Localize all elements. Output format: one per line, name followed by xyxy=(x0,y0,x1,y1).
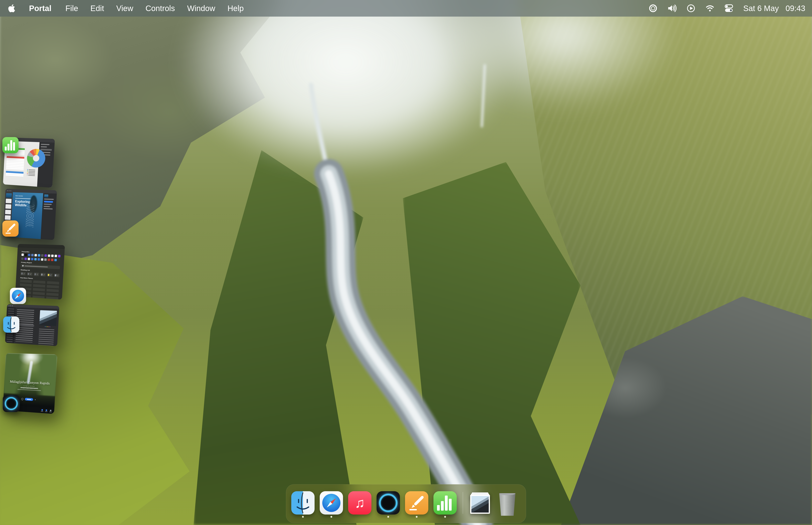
favourites-heading: Favourites xyxy=(21,251,61,254)
menu-item[interactable]: Help xyxy=(221,0,250,17)
reading-list-card[interactable] xyxy=(20,272,26,275)
apple-menu-icon[interactable] xyxy=(8,3,16,13)
pages-icon xyxy=(2,221,18,237)
music-icon: ♫ xyxy=(348,491,371,514)
active-app-menu[interactable]: Portal xyxy=(23,0,57,17)
preview-image xyxy=(39,310,57,326)
running-indicator xyxy=(387,516,389,518)
dock-item-finder[interactable] xyxy=(291,491,315,514)
dock: ♫ xyxy=(286,484,526,523)
favicon-tile[interactable] xyxy=(58,259,60,261)
running-indicator xyxy=(302,516,304,518)
favicon-tile[interactable] xyxy=(58,255,60,257)
favicon-tile[interactable] xyxy=(55,255,57,257)
portal-play-button[interactable] xyxy=(25,398,33,401)
favicon-tile[interactable] xyxy=(48,258,50,261)
favicon-tile[interactable] xyxy=(21,258,24,260)
reading-list-row xyxy=(20,272,60,278)
pages-inspector xyxy=(41,193,57,240)
screenshots-stack-icon xyxy=(469,491,491,514)
running-indicator xyxy=(444,516,446,518)
control-center-icon[interactable] xyxy=(724,4,733,13)
favicon-tile[interactable] xyxy=(44,258,47,261)
menu-bar: Portal FileEditViewControlsWindowHelp Sa… xyxy=(0,0,812,17)
favicon-tile[interactable] xyxy=(51,255,54,257)
trash-icon xyxy=(497,491,517,516)
stage-window-finder[interactable] xyxy=(5,304,58,343)
menu-item[interactable]: File xyxy=(59,0,84,17)
dock-item-music[interactable]: ♫ xyxy=(348,491,371,514)
clock-time: 09:43 xyxy=(785,4,805,13)
reading-list-card[interactable] xyxy=(47,273,53,277)
dock-item-safari[interactable] xyxy=(320,491,343,514)
favicon-tile[interactable] xyxy=(38,254,40,257)
shield-icon xyxy=(22,265,24,267)
privacy-report-bar[interactable] xyxy=(21,264,60,269)
numbers-icon xyxy=(433,491,457,514)
stage-window-safari[interactable]: Favourites Privacy Report Reading List F… xyxy=(16,244,63,297)
stage-window-portal[interactable]: Múlagljúfur Canyon Rapids ICELAND + xyxy=(3,353,55,410)
portal-icon xyxy=(377,491,400,514)
favicon-tile[interactable] xyxy=(28,254,30,256)
portal-icon xyxy=(3,395,20,412)
file-tags xyxy=(39,326,56,328)
volume-icon[interactable] xyxy=(668,4,676,13)
safari-icon xyxy=(10,288,26,304)
favicon-tile[interactable] xyxy=(28,258,30,260)
reading-list-card[interactable] xyxy=(54,273,60,277)
dock-item-screenshots-stack[interactable] xyxy=(469,491,492,514)
favicon-tile[interactable] xyxy=(25,258,27,260)
reading-list-card[interactable] xyxy=(27,272,33,276)
running-indicator xyxy=(331,516,332,518)
clock-date: Sat 6 May xyxy=(743,4,779,13)
reading-list-card[interactable] xyxy=(40,273,46,277)
chart-legend xyxy=(27,169,35,176)
menu-item[interactable]: Controls xyxy=(139,0,181,17)
finder-preview-pane xyxy=(37,308,59,346)
location-pin-icon xyxy=(21,397,24,400)
pages-icon xyxy=(405,491,428,514)
favicon-tile[interactable] xyxy=(51,258,53,261)
favicon-tile[interactable] xyxy=(44,254,47,257)
app-menus: FileEditViewControlsWindowHelp xyxy=(59,0,250,17)
reading-list-card[interactable] xyxy=(34,272,39,276)
wifi-icon[interactable] xyxy=(705,4,715,13)
menu-item[interactable]: Window xyxy=(181,0,221,17)
add-icon[interactable]: + xyxy=(34,399,36,401)
safari-icon xyxy=(320,491,343,514)
menu-bar-left: Portal FileEditViewControlsWindowHelp xyxy=(0,0,250,17)
desktop-wallpaper xyxy=(0,0,812,525)
dock-item-portal[interactable] xyxy=(377,491,400,514)
menu-item[interactable]: View xyxy=(110,0,139,17)
numbers-icon xyxy=(2,137,18,153)
stage-window-numbers[interactable]: Budget xyxy=(3,137,53,184)
favicon-tile[interactable] xyxy=(34,258,36,260)
favicon-tile[interactable] xyxy=(41,254,44,257)
favicon-tile[interactable] xyxy=(31,258,33,260)
finder-icon xyxy=(291,491,315,514)
favicon-tile[interactable] xyxy=(48,254,50,257)
favicon-tile[interactable] xyxy=(37,258,40,261)
favourites-row-2 xyxy=(21,258,60,261)
dock-separator xyxy=(463,492,463,514)
menu-bar-clock[interactable]: Sat 6 May 09:43 xyxy=(743,4,805,13)
finder-icon xyxy=(3,316,19,333)
menu-item[interactable]: Edit xyxy=(84,0,110,17)
safari-toolbar xyxy=(18,244,65,249)
favicon-tile[interactable] xyxy=(25,254,27,256)
expenses-table xyxy=(6,156,24,170)
dock-item-numbers[interactable] xyxy=(433,491,457,514)
favicon-tile[interactable] xyxy=(21,253,24,256)
dock-item-pages[interactable] xyxy=(405,491,428,514)
savings-table xyxy=(6,171,24,177)
running-indicator xyxy=(416,516,418,518)
file-metadata xyxy=(38,327,56,346)
stage-window-pages[interactable]: Nick Daniels Exploring Wildlife xyxy=(3,189,55,237)
favicon-tile[interactable] xyxy=(34,254,37,257)
favicon-tile[interactable] xyxy=(41,258,43,261)
favicon-tile[interactable] xyxy=(54,259,57,261)
favicon-tile[interactable] xyxy=(31,254,34,256)
focus-ring-icon[interactable] xyxy=(648,4,658,13)
now-playing-icon[interactable] xyxy=(686,4,695,13)
dock-item-trash[interactable] xyxy=(497,491,521,514)
